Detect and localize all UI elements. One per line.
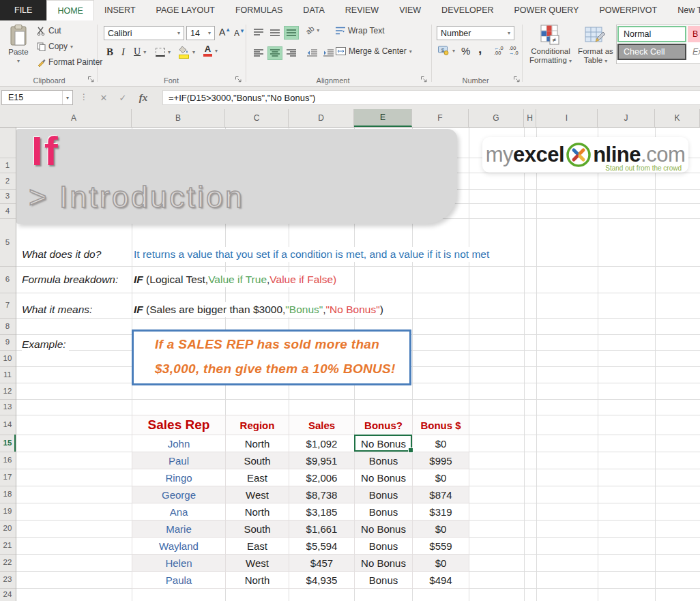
increase-indent-button[interactable] <box>321 46 336 60</box>
table-cell[interactable]: East <box>226 469 289 486</box>
format-as-table-button[interactable]: Format as Table ▾ <box>576 25 615 65</box>
row-header-16[interactable]: 16 <box>0 456 15 464</box>
table-cell[interactable]: Marie <box>132 521 226 538</box>
font-dialog-launcher-icon[interactable] <box>235 76 242 83</box>
ribbon-tab-insert[interactable]: INSERT <box>94 0 146 20</box>
table-cell[interactable]: $0 <box>413 521 469 538</box>
table-cell[interactable]: $457 <box>289 555 355 572</box>
ribbon-tab-page-layout[interactable]: PAGE LAYOUT <box>146 0 225 20</box>
ribbon-tab-powerpivot[interactable]: POWERPIVOT <box>589 0 667 20</box>
column-header-I[interactable]: I <box>536 109 598 127</box>
row-header-10[interactable]: 10 <box>0 354 15 362</box>
row-header-13[interactable]: 13 <box>0 402 15 411</box>
clipboard-dialog-launcher-icon[interactable] <box>87 76 95 83</box>
cell-style-ex[interactable]: Ex <box>688 44 700 60</box>
table-cell[interactable]: Bonus <box>355 572 413 589</box>
font-name-combo[interactable]: Calibri▾ <box>104 26 184 40</box>
column-header-C[interactable]: C <box>225 109 289 127</box>
conditional-formatting-button[interactable]: ≠ Conditional Formatting ▾ <box>528 25 573 65</box>
row-header-6[interactable]: 6 <box>0 275 15 283</box>
table-header-cell[interactable]: Bonus $ <box>413 415 469 435</box>
table-header-cell[interactable]: Sales <box>289 415 355 435</box>
underline-button[interactable]: U▾ <box>134 46 146 57</box>
ribbon-tab-view[interactable]: VIEW <box>389 0 431 20</box>
column-header-H[interactable]: H <box>524 109 536 127</box>
table-cell[interactable]: $9,951 <box>289 452 355 469</box>
font-size-combo[interactable]: 14▾ <box>186 26 215 40</box>
table-cell[interactable]: North <box>226 572 289 589</box>
row-header-22[interactable]: 22 <box>0 558 15 566</box>
ribbon-tab-new-tab[interactable]: New Tab <box>667 0 700 20</box>
column-header-J[interactable]: J <box>598 109 655 127</box>
row-header-18[interactable]: 18 <box>0 490 15 498</box>
column-header-E[interactable]: E <box>354 109 412 127</box>
row-header-20[interactable]: 20 <box>0 524 15 532</box>
table-cell[interactable]: Bonus <box>355 452 413 469</box>
table-header-cell[interactable]: Sales Rep <box>132 415 226 435</box>
table-cell[interactable]: Paula <box>132 572 226 589</box>
format-painter-button[interactable]: Format Painter <box>37 57 102 67</box>
row-header-12[interactable]: 12 <box>0 387 15 395</box>
ribbon-tab-formulas[interactable]: FORMULAS <box>225 0 293 20</box>
ribbon-tab-power-query[interactable]: POWER QUERY <box>504 0 589 20</box>
column-header-B[interactable]: B <box>132 109 225 127</box>
grow-font-button[interactable]: A▲ <box>219 27 231 38</box>
row-header-15[interactable]: 15 <box>0 439 15 447</box>
table-cell[interactable]: $874 <box>413 486 469 503</box>
table-cell[interactable]: Bonus <box>355 503 413 521</box>
ribbon-tab-review[interactable]: REVIEW <box>335 0 389 20</box>
row-header-21[interactable]: 21 <box>0 541 15 549</box>
table-cell[interactable]: $494 <box>413 572 469 589</box>
borders-button[interactable]: ▾ <box>156 48 171 57</box>
row-header-24[interactable]: 24 <box>0 590 15 598</box>
table-cell[interactable]: South <box>226 521 289 538</box>
table-cell[interactable]: No Bonus <box>355 521 413 538</box>
table-cell[interactable]: $559 <box>413 538 469 555</box>
row-header-3[interactable]: 3 <box>0 192 15 200</box>
insert-function-icon[interactable]: fx <box>135 90 151 105</box>
ribbon-tab-developer[interactable]: DEVELOPER <box>431 0 504 20</box>
table-cell[interactable]: Wayland <box>132 538 226 555</box>
table-cell[interactable]: No Bonus <box>355 469 413 486</box>
comma-style-button[interactable]: , <box>478 42 482 57</box>
table-cell[interactable]: $0 <box>413 555 469 572</box>
table-cell[interactable]: $8,738 <box>289 486 355 503</box>
table-cell[interactable]: South <box>226 452 289 469</box>
row-header-23[interactable]: 23 <box>0 575 15 583</box>
column-header-G[interactable]: G <box>469 109 524 127</box>
table-cell[interactable]: Ringo <box>132 469 226 486</box>
table-cell[interactable]: George <box>132 486 226 503</box>
table-header-cell[interactable]: Bonus? <box>355 415 413 435</box>
percent-style-button[interactable]: % <box>461 45 470 57</box>
table-cell[interactable]: $5,594 <box>289 538 355 555</box>
row-header-8[interactable]: 8 <box>0 322 15 330</box>
bold-button[interactable]: B <box>106 46 113 58</box>
accounting-format-button[interactable]: $ ▾ <box>438 46 455 55</box>
row-header-5[interactable]: 5 <box>0 238 15 246</box>
shrink-font-button[interactable]: A▼ <box>234 28 245 38</box>
table-cell[interactable]: $0 <box>413 435 469 452</box>
align-bottom-button[interactable] <box>284 26 299 40</box>
number-format-combo[interactable]: Number▾ <box>437 26 514 40</box>
row-header-19[interactable]: 19 <box>0 507 15 515</box>
myexcelonline-logo[interactable]: myexcelnline.com Stand out from the crow… <box>482 137 688 173</box>
table-cell[interactable]: $2,006 <box>289 469 355 486</box>
row-header-2[interactable]: 2 <box>0 177 15 185</box>
align-center-button[interactable] <box>267 46 282 60</box>
table-cell[interactable]: Bonus <box>355 538 413 555</box>
table-cell[interactable]: Helen <box>132 555 226 572</box>
formula-input[interactable]: =+IF(D15>3000,"Bonus","No Bonus") <box>162 90 700 105</box>
row-header-7[interactable]: 7 <box>0 301 15 309</box>
table-cell[interactable]: North <box>226 503 289 521</box>
row-header-4[interactable]: 4 <box>0 207 15 215</box>
table-cell[interactable]: West <box>226 555 289 572</box>
table-cell[interactable]: No Bonus <box>355 435 413 452</box>
table-cell[interactable]: $4,935 <box>289 572 355 589</box>
copy-button[interactable]: Copy ▾ <box>37 42 73 51</box>
fill-color-button[interactable]: ▾ <box>179 46 195 59</box>
table-cell[interactable]: $3,185 <box>289 503 355 521</box>
font-color-button[interactable]: A ▾ <box>203 45 218 57</box>
decrease-indent-button[interactable] <box>304 46 319 60</box>
table-cell[interactable]: $995 <box>413 452 469 469</box>
table-cell[interactable]: West <box>226 486 289 503</box>
